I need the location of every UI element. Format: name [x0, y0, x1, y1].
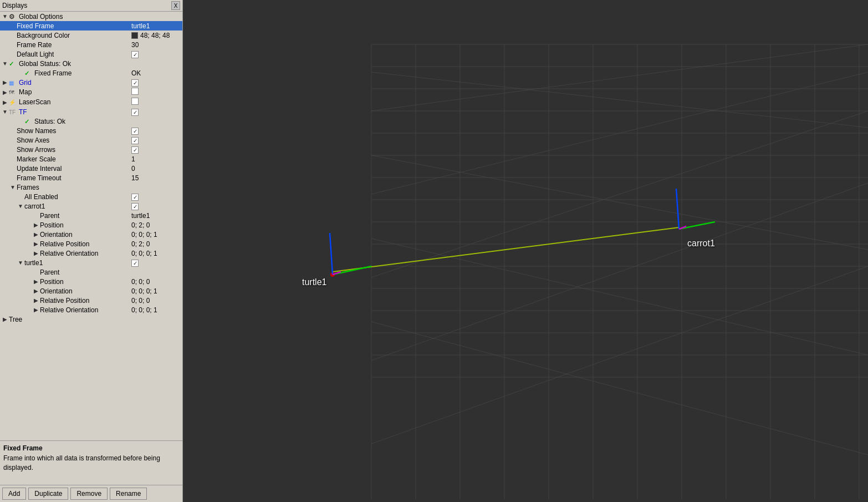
tree-row-show-arrows[interactable]: Show Arrows✓ [0, 145, 182, 154]
expander-turtle1-position[interactable]: ▶ [32, 278, 40, 285]
label-carrot1-position: Position [40, 221, 129, 229]
checkbox-turtle1[interactable]: ✓ [131, 260, 139, 267]
tree-row-frames[interactable]: ▼Frames [0, 182, 182, 192]
panel-title: Displays [2, 2, 27, 9]
duplicate-button[interactable]: Duplicate [28, 488, 68, 500]
expander-turtle1[interactable]: ▼ [17, 260, 24, 266]
left-panel: Displays X ▼⚙Global OptionsFixed Frametu… [0, 0, 183, 502]
tree-row-global-status-fixed[interactable]: ✓Fixed FrameOK [0, 68, 182, 78]
label-marker-scale: Marker Scale [17, 155, 129, 163]
value-global-status-fixed: OK [131, 69, 181, 77]
checkbox-show-names[interactable]: ✓ [131, 128, 139, 135]
value-carrot1[interactable]: ✓ [131, 202, 181, 210]
checkbox-default-light[interactable]: ✓ [131, 51, 139, 58]
label-turtle1-parent: Parent [40, 268, 129, 276]
tree-row-marker-scale[interactable]: Marker Scale1 [0, 154, 182, 164]
expander-grid[interactable]: ▶ [1, 79, 9, 85]
value-turtle1[interactable]: ✓ [131, 259, 181, 267]
tree-row-frame-timeout[interactable]: Frame Timeout15 [0, 173, 182, 182]
expander-laserscan[interactable]: ▶ [1, 99, 9, 105]
tree-row-frame-rate[interactable]: Frame Rate30 [0, 40, 182, 49]
label-tree: Tree [9, 316, 129, 323]
tree-row-background-color[interactable]: Background Color48; 48; 48 [0, 31, 182, 40]
tree-row-carrot1-parent[interactable]: Parentturtle1 [0, 211, 182, 220]
checkbox-all-enabled[interactable]: ✓ [131, 194, 139, 201]
label-show-axes: Show Axes [17, 136, 129, 144]
tree-row-global-status[interactable]: ▼✓Global Status: Ok [0, 59, 182, 68]
checkbox-laserscan[interactable] [131, 98, 139, 105]
expander-frames[interactable]: ▼ [9, 184, 17, 190]
expander-carrot1-orientation[interactable]: ▶ [32, 231, 40, 237]
map-icon: 🗺 [9, 88, 18, 96]
tree-row-show-names[interactable]: Show Names✓ [0, 126, 182, 135]
checkbox-carrot1[interactable]: ✓ [131, 203, 139, 210]
label-fixed-frame: Fixed Frame [17, 22, 129, 30]
tree-row-turtle1[interactable]: ▼turtle1✓ [0, 258, 182, 267]
tree-row-grid[interactable]: ▶▦Grid✓ [0, 78, 182, 87]
tree-row-tf[interactable]: ▼TFTF✓ [0, 107, 182, 116]
value-all-enabled[interactable]: ✓ [131, 193, 181, 201]
expander-global-options[interactable]: ▼ [1, 13, 9, 19]
tree-row-carrot1-rel-orientation[interactable]: ▶Relative Orientation0; 0; 0; 1 [0, 249, 182, 258]
tree-row-default-light[interactable]: Default Light✓ [0, 49, 182, 59]
tree-row-show-axes[interactable]: Show Axes✓ [0, 135, 182, 145]
value-show-arrows[interactable]: ✓ [131, 146, 181, 154]
add-button[interactable]: Add [2, 488, 26, 500]
3d-viewport[interactable]: turtle1 carrot1 [183, 0, 868, 502]
value-turtle1-rel-orientation: 0; 0; 0; 1 [131, 306, 181, 314]
value-tf[interactable]: ✓ [131, 108, 181, 116]
expander-carrot1-rel-position[interactable]: ▶ [32, 241, 40, 247]
tree-row-turtle1-parent[interactable]: Parent [0, 267, 182, 277]
label-tf: TF [19, 108, 129, 116]
tree-row-all-enabled[interactable]: All Enabled✓ [0, 192, 182, 201]
checkbox-tf[interactable]: ✓ [131, 109, 139, 116]
tree-row-carrot1[interactable]: ▼carrot1✓ [0, 201, 182, 211]
close-button[interactable]: X [171, 1, 180, 10]
value-update-interval: 0 [131, 165, 181, 173]
value-show-axes[interactable]: ✓ [131, 136, 181, 144]
tree-row-laserscan[interactable]: ▶⚡LaserScan [0, 97, 182, 107]
tree-row-carrot1-position[interactable]: ▶Position0; 2; 0 [0, 220, 182, 230]
remove-button[interactable]: Remove [70, 488, 108, 500]
tree-row-map[interactable]: ▶🗺Map [0, 87, 182, 97]
checkbox-map[interactable] [131, 88, 139, 95]
expander-turtle1-rel-position[interactable]: ▶ [32, 297, 40, 303]
expander-tree[interactable]: ▶ [1, 316, 9, 322]
value-map[interactable] [131, 88, 181, 97]
value-default-light[interactable]: ✓ [131, 50, 181, 58]
tree-row-turtle1-rel-orientation[interactable]: ▶Relative Orientation0; 0; 0; 1 [0, 305, 182, 315]
tree-row-tf-status[interactable]: ✓Status: Ok [0, 116, 182, 126]
checkbox-show-axes[interactable]: ✓ [131, 137, 139, 144]
value-laserscan[interactable] [131, 98, 181, 107]
tree-row-global-options[interactable]: ▼⚙Global Options [0, 12, 182, 21]
panel-titlebar: Displays X [0, 0, 182, 12]
tree-row-carrot1-rel-position[interactable]: ▶Relative Position0; 2; 0 [0, 239, 182, 249]
tree-row-update-interval[interactable]: Update Interval0 [0, 164, 182, 173]
expander-turtle1-rel-orientation[interactable]: ▶ [32, 307, 40, 313]
expander-map[interactable]: ▶ [1, 89, 9, 95]
label-turtle1-position: Position [40, 278, 129, 286]
expander-turtle1-orientation[interactable]: ▶ [32, 288, 40, 294]
info-description: Frame into which all data is transformed… [3, 454, 179, 473]
tree-row-fixed-frame[interactable]: Fixed Frameturtle1 [0, 21, 182, 31]
expander-carrot1[interactable]: ▼ [17, 203, 24, 209]
label-turtle1: turtle1 [24, 259, 129, 267]
rename-button[interactable]: Rename [110, 488, 147, 500]
expander-carrot1-rel-orientation[interactable]: ▶ [32, 250, 40, 256]
label-turtle1-orientation: Orientation [40, 287, 129, 295]
checkbox-grid[interactable]: ✓ [131, 79, 139, 87]
expander-carrot1-position[interactable]: ▶ [32, 222, 40, 228]
tree-row-carrot1-orientation[interactable]: ▶Orientation0; 0; 0; 1 [0, 230, 182, 239]
value-carrot1-rel-orientation: 0; 0; 0; 1 [131, 250, 181, 257]
label-global-status-fixed: Fixed Frame [34, 69, 129, 77]
value-show-names[interactable]: ✓ [131, 127, 181, 135]
tree-row-turtle1-rel-position[interactable]: ▶Relative Position0; 0; 0 [0, 296, 182, 305]
label-carrot1-rel-orientation: Relative Orientation [40, 250, 129, 257]
checkbox-show-arrows[interactable]: ✓ [131, 146, 139, 154]
tree-row-tree[interactable]: ▶Tree [0, 315, 182, 324]
value-grid[interactable]: ✓ [131, 79, 181, 87]
tree-row-turtle1-orientation[interactable]: ▶Orientation0; 0; 0; 1 [0, 286, 182, 296]
tree-row-turtle1-position[interactable]: ▶Position0; 0; 0 [0, 277, 182, 286]
expander-global-status[interactable]: ▼ [1, 60, 9, 67]
expander-tf[interactable]: ▼ [1, 109, 9, 115]
